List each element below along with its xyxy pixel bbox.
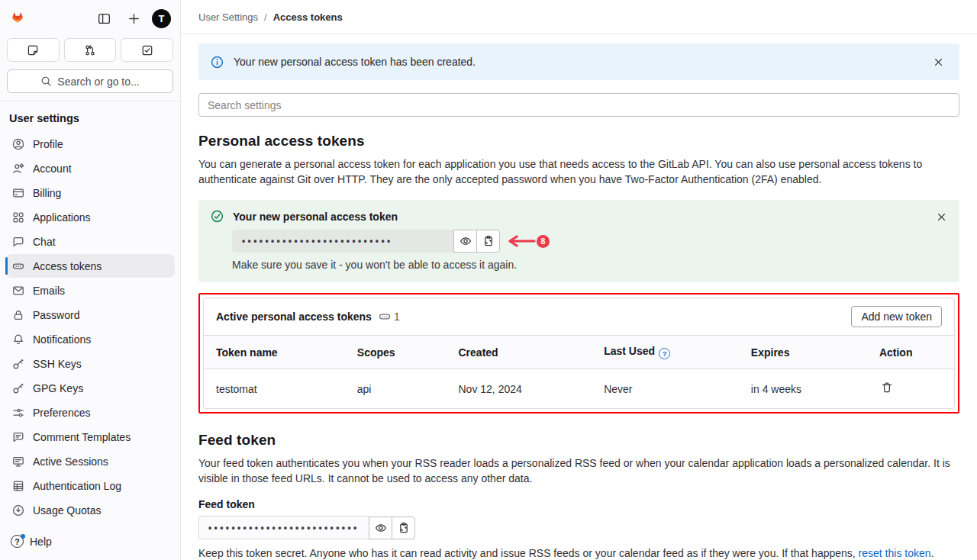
sidebar-item-label: Usage Quotas xyxy=(33,504,102,517)
active-tokens-header: Active personal access tokens 1 Add new … xyxy=(204,298,954,335)
banner-message: Your new personal access token has been … xyxy=(234,56,476,68)
sidebar-item-label: Access tokens xyxy=(33,260,102,272)
sidebar-toggle-icon xyxy=(98,12,111,25)
help-button[interactable]: ? Help xyxy=(0,526,180,560)
sidebar-item-usage-quotas[interactable]: Usage Quotas xyxy=(5,498,175,522)
sidebar-nav: User settings Profile Account Billing Ap… xyxy=(0,101,180,526)
search-label: Search or go to... xyxy=(57,76,139,88)
new-token-masked-field: •••••••••••••••••••••••••• xyxy=(232,230,453,253)
app-window: T Search or go to... User settings Profi… xyxy=(0,0,977,560)
token-icon xyxy=(12,260,24,272)
col-expires: Expires xyxy=(739,336,867,369)
sidebar-item-billing[interactable]: Billing xyxy=(5,181,175,204)
search-icon xyxy=(40,76,52,87)
issues-icon xyxy=(27,44,39,56)
breadcrumb-user-settings[interactable]: User Settings xyxy=(198,11,258,23)
sidebar-item-access-tokens[interactable]: Access tokens xyxy=(5,254,175,278)
sidebar-item-notifications[interactable]: Notifications xyxy=(5,327,175,351)
sidebar-item-label: Applications xyxy=(33,211,91,224)
table-row: testomat api Nov 12, 2024 Never in 4 wee… xyxy=(204,369,954,409)
reveal-feed-token-button[interactable] xyxy=(369,517,392,539)
masked-token-value: •••••••••••••••••••••••••• xyxy=(242,236,393,246)
annotation-badge: 8 xyxy=(537,235,550,248)
feed-token-masked-field: •••••••••••••••••••••••••• xyxy=(198,516,369,539)
eye-icon xyxy=(459,235,472,247)
sidebar-item-profile[interactable]: Profile xyxy=(5,132,175,156)
sidebar-item-label: GPG Keys xyxy=(33,382,83,394)
bell-icon xyxy=(12,333,24,346)
sidebar-item-active-sessions[interactable]: Active Sessions xyxy=(5,449,175,473)
red-arrow-icon xyxy=(505,235,536,247)
sidebar-toggle-button[interactable] xyxy=(92,7,115,30)
email-icon xyxy=(12,285,24,297)
sidebar-item-emails[interactable]: Emails xyxy=(5,278,175,302)
breadcrumb: User Settings / Access tokens xyxy=(181,0,977,34)
success-panel-close-button[interactable] xyxy=(932,208,950,226)
sidebar-item-comment-templates[interactable]: Comment Templates xyxy=(5,425,175,449)
sidebar-item-ssh-keys[interactable]: SSH Keys xyxy=(5,352,175,375)
sidebar-item-account[interactable]: Account xyxy=(5,156,175,180)
col-created: Created xyxy=(447,336,592,369)
close-icon xyxy=(937,212,946,222)
revoke-token-button[interactable] xyxy=(879,380,895,397)
breadcrumb-separator: / xyxy=(264,11,267,23)
last-used-help-icon[interactable]: ? xyxy=(659,348,670,359)
sidebar-item-label: Comment Templates xyxy=(33,431,131,443)
banner-close-button[interactable] xyxy=(929,53,947,71)
sidebar-item-label: Password xyxy=(33,309,79,321)
sidebar-item-label: Emails xyxy=(33,285,65,297)
reveal-token-button[interactable] xyxy=(453,230,477,253)
token-count: 1 xyxy=(379,311,400,323)
annotation-highlight-box: Active personal access tokens 1 Add new … xyxy=(198,293,959,414)
col-last-used: Last Used? xyxy=(592,336,739,369)
col-scopes: Scopes xyxy=(345,336,447,369)
active-tokens-card: Active personal access tokens 1 Add new … xyxy=(203,298,955,409)
table-header-row: Token name Scopes Created Last Used? Exp… xyxy=(204,336,954,369)
key-icon xyxy=(12,382,24,394)
content: Your new personal access token has been … xyxy=(181,34,977,560)
success-panel-title: Your new personal access token xyxy=(233,211,398,223)
token-created-banner: Your new personal access token has been … xyxy=(198,43,959,80)
masked-token-value: •••••••••••••••••••••••••• xyxy=(208,523,360,533)
sidebar-item-chat[interactable]: Chat xyxy=(5,230,175,253)
sidebar-item-applications[interactable]: Applications xyxy=(5,205,175,229)
feed-token-field-row: •••••••••••••••••••••••••• xyxy=(198,516,959,539)
sidebar-item-gpg-keys[interactable]: GPG Keys xyxy=(5,376,175,400)
sidebar-top-bar: T xyxy=(0,0,180,33)
token-count-value: 1 xyxy=(394,311,400,323)
todo-check-icon xyxy=(141,44,153,56)
feed-token-title: Feed token xyxy=(198,432,959,449)
lock-icon xyxy=(12,309,24,321)
sidebar-item-preferences[interactable]: Preferences xyxy=(5,401,175,424)
todo-list-shortcut-button[interactable] xyxy=(121,38,173,62)
profile-icon xyxy=(12,138,24,150)
annotation-arrow: 8 xyxy=(505,235,550,248)
gitlab-logo-icon[interactable] xyxy=(8,8,27,30)
add-new-token-button[interactable]: Add new token xyxy=(851,306,942,327)
account-icon xyxy=(12,163,24,175)
cell-expires: in 4 weeks xyxy=(739,369,867,409)
feed-token-description: Your feed token authenticates you when y… xyxy=(198,455,959,486)
active-tokens-table: Token name Scopes Created Last Used? Exp… xyxy=(204,335,954,408)
sidebar-item-authentication-log[interactable]: Authentication Log xyxy=(5,474,175,497)
sidebar-item-label: Active Sessions xyxy=(33,455,108,468)
search-or-go-to[interactable]: Search or go to... xyxy=(7,69,173,93)
merge-request-icon xyxy=(84,44,96,56)
log-icon xyxy=(12,480,24,492)
create-new-button[interactable] xyxy=(122,7,145,30)
issues-shortcut-button[interactable] xyxy=(7,38,60,62)
sidebar-item-password[interactable]: Password xyxy=(5,303,175,327)
plus-icon xyxy=(127,12,140,25)
quota-icon xyxy=(12,504,24,517)
eye-icon xyxy=(375,522,387,534)
sidebar-item-label: SSH Keys xyxy=(33,358,82,370)
copy-token-button[interactable] xyxy=(476,230,500,253)
success-panel-header: Your new personal access token xyxy=(211,210,947,223)
save-token-note: Make sure you save it - you won't be abl… xyxy=(232,259,947,271)
merge-requests-shortcut-button[interactable] xyxy=(64,38,117,62)
copy-feed-token-button[interactable] xyxy=(392,517,415,539)
search-settings-input[interactable] xyxy=(198,93,959,117)
new-token-field-row: •••••••••••••••••••••••••• 8 xyxy=(232,230,947,253)
reset-token-link[interactable]: reset this token xyxy=(859,547,931,559)
user-avatar[interactable]: T xyxy=(152,9,171,28)
